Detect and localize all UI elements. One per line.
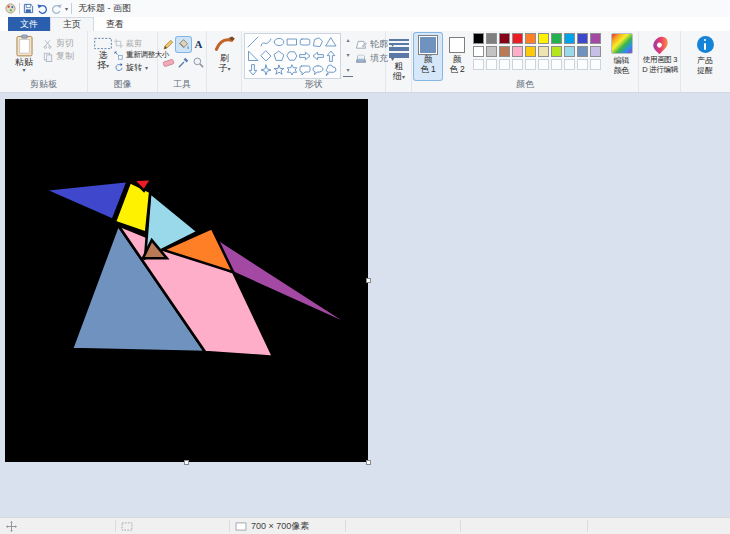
clipboard-group: 粘贴 ▾ 剪切 复制 剪贴板: [0, 31, 88, 92]
toolbar-more-chevron-icon[interactable]: ▾: [65, 2, 68, 15]
canvas-resize-handle-bottom[interactable]: [184, 460, 189, 465]
shape-triangle[interactable]: [324, 35, 337, 49]
palette-color[interactable]: [564, 46, 575, 57]
shape-polygon[interactable]: [311, 35, 324, 49]
fill-tool-button[interactable]: [176, 37, 191, 52]
tab-home[interactable]: 主页: [50, 17, 94, 31]
select-button[interactable]: 选 择▾: [91, 37, 115, 70]
shape-callout-oval[interactable]: [311, 63, 324, 77]
palette-color[interactable]: [499, 46, 510, 57]
tabbar: 文件 主页 查看: [0, 17, 730, 31]
color1-button[interactable]: 颜 色 1: [414, 33, 442, 80]
redo-icon[interactable]: [51, 2, 62, 15]
palette-color[interactable]: [486, 46, 497, 57]
palette-color[interactable]: [564, 33, 575, 44]
color2-button[interactable]: 颜 色 2: [444, 33, 470, 80]
paint3d-label-1: 使用画图 3: [643, 55, 677, 65]
shape-right-triangle[interactable]: [246, 49, 259, 63]
crop-button[interactable]: 裁剪: [114, 38, 142, 49]
shape-rounded-rectangle[interactable]: [298, 35, 311, 49]
palette-empty-cell[interactable]: [486, 59, 497, 70]
paint3d-icon: [650, 34, 671, 55]
palette-empty-cell[interactable]: [499, 59, 510, 70]
statusbar-divider: [229, 520, 230, 532]
canvas-resize-handle-right[interactable]: [366, 278, 371, 283]
palette-color[interactable]: [538, 33, 549, 44]
palette-empty-cell[interactable]: [551, 59, 562, 70]
eraser-tool-button[interactable]: [161, 55, 176, 70]
shapes-more-icon[interactable]: ▾: [343, 64, 353, 77]
shapes-scroll-up-icon[interactable]: ▴: [343, 34, 353, 46]
palette-empty-cell[interactable]: [525, 59, 536, 70]
shape-arrow-down[interactable]: [246, 63, 259, 77]
shape-callout-cloud[interactable]: [324, 63, 337, 77]
paste-button[interactable]: 粘贴 ▾: [7, 34, 41, 73]
canvas-size-icon: [235, 522, 247, 531]
palette-empty-cell[interactable]: [473, 59, 484, 70]
palette-color[interactable]: [525, 33, 536, 44]
product-alerts-button[interactable]: 产品 提醒: [686, 35, 724, 76]
palette-empty-cell[interactable]: [590, 59, 601, 70]
copy-icon: [43, 52, 53, 62]
cut-button[interactable]: 剪切: [43, 37, 74, 50]
edit-colors-button[interactable]: 编辑 颜色: [605, 33, 638, 75]
pencil-tool-button[interactable]: [161, 37, 176, 52]
palette-color[interactable]: [590, 46, 601, 57]
tab-file[interactable]: 文件: [8, 17, 50, 31]
copy-button[interactable]: 复制: [43, 50, 74, 63]
shape-arrow-right[interactable]: [298, 49, 311, 63]
palette-color[interactable]: [512, 46, 523, 57]
paint-canvas[interactable]: [5, 99, 368, 462]
chevron-down-icon: ▾: [145, 65, 148, 71]
shape-hexagon[interactable]: [285, 49, 298, 63]
palette-color[interactable]: [590, 33, 601, 44]
shape-arrow-left[interactable]: [311, 49, 324, 63]
tab-view[interactable]: 查看: [94, 17, 136, 31]
magnifier-tool-button[interactable]: [191, 55, 206, 70]
rotate-button[interactable]: 旋转 ▾: [114, 62, 148, 73]
palette-empty-cell[interactable]: [538, 59, 549, 70]
shape-star-4[interactable]: [259, 63, 272, 77]
text-tool-button[interactable]: A: [191, 37, 206, 52]
shape-curve[interactable]: [259, 35, 272, 49]
brushes-button[interactable]: 刷 子▾: [211, 35, 238, 73]
titlebar: ▾ 无标题 - 画图: [0, 0, 730, 17]
palette-color[interactable]: [577, 46, 588, 57]
paint3d-button[interactable]: 使用画图 3 D 进行编辑: [640, 34, 680, 75]
size-button[interactable]: 粗 细▾: [388, 37, 410, 81]
palette-color[interactable]: [473, 46, 484, 57]
save-icon[interactable]: [23, 2, 34, 15]
shape-rectangle[interactable]: [285, 35, 298, 49]
color2-swatch: [449, 37, 465, 53]
palette-empty-cell[interactable]: [564, 59, 575, 70]
select-label-1: 选: [99, 50, 108, 60]
palette-empty-cell[interactable]: [577, 59, 588, 70]
shape-diamond[interactable]: [259, 49, 272, 63]
shape-star-5[interactable]: [272, 63, 285, 77]
palette-color[interactable]: [577, 33, 588, 44]
undo-icon[interactable]: [37, 2, 48, 15]
shape-oval[interactable]: [272, 35, 285, 49]
shape-arrow-up[interactable]: [324, 49, 337, 63]
fill-bucket-icon: [177, 38, 190, 51]
palette-empty-cell[interactable]: [512, 59, 523, 70]
palette-color[interactable]: [538, 46, 549, 57]
color-picker-tool-button[interactable]: [176, 55, 191, 70]
palette-color[interactable]: [551, 46, 562, 57]
shape-line[interactable]: [246, 35, 259, 49]
palette-color[interactable]: [551, 33, 562, 44]
palette-color[interactable]: [512, 33, 523, 44]
palette-color[interactable]: [486, 33, 497, 44]
palette-color[interactable]: [525, 46, 536, 57]
shapes-scroll-down-icon[interactable]: ▾: [343, 49, 353, 61]
edit-colors-label-2: 颜色: [614, 66, 630, 76]
shape-grid: [244, 33, 341, 79]
palette-color[interactable]: [473, 33, 484, 44]
palette-color[interactable]: [499, 33, 510, 44]
shape-star-6[interactable]: [285, 63, 298, 77]
color2-label-2: 色 2: [449, 65, 465, 75]
shape-callout-rounded[interactable]: [298, 63, 311, 77]
canvas-resize-handle-corner[interactable]: [366, 460, 371, 465]
shape-pentagon[interactable]: [272, 49, 285, 63]
edit-colors-icon: [611, 33, 633, 54]
